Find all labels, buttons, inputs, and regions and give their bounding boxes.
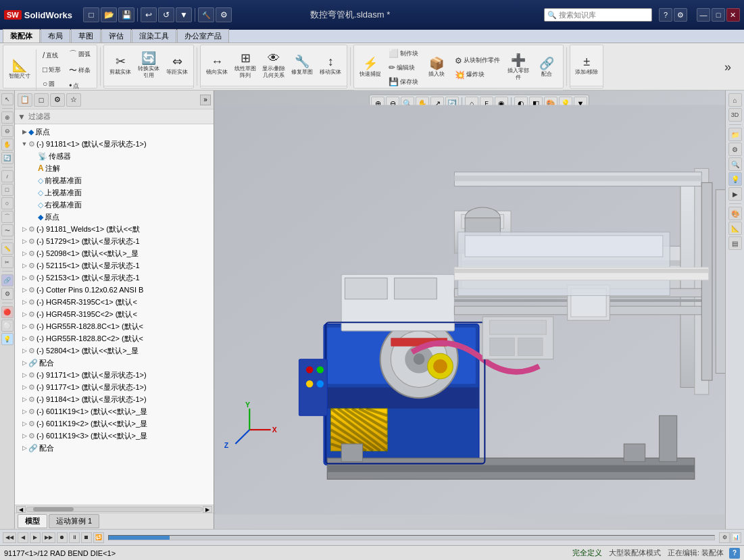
tree-item-front-plane[interactable]: ◇ 前视基准面 [15,174,214,186]
open-button[interactable]: 📂 [101,7,117,22]
close-button[interactable]: ✕ [726,8,740,22]
sketch-spline-tool[interactable]: 〜 [1,224,14,236]
tree-item-91171[interactable]: ▷ ⚙ (-) 91171<1> (默认<显示状态-1>) [15,369,214,381]
circle-button[interactable]: ○圆 [39,77,64,91]
scroll-left-btn[interactable]: ◀ [16,506,26,513]
measure-btn[interactable]: 📐 [728,222,742,235]
tree-item-annotation[interactable]: A 注解 [15,162,214,174]
tree-item-51729[interactable]: ▷ ⚙ (-) 51729<1> (默认<显示状态-1 [15,235,214,247]
quick-capture-button[interactable]: ⚡ 快速捕捉 [357,52,384,83]
zoom-out-tool[interactable]: ⊖ [1,125,14,137]
tab-motion[interactable]: 运动算例 1 [49,514,99,528]
smart-dim-button[interactable]: 📐 智能尺寸 [6,54,33,85]
tree-item-sensor[interactable]: 📡 传感器 [15,150,214,162]
3d-view-btn[interactable]: 3D [728,108,742,122]
help-button-status[interactable]: ? [729,548,740,559]
tree-item-origin2[interactable]: ◆ 原点 [15,211,214,223]
anim-btn-2[interactable]: 📊 [730,532,741,543]
viewport[interactable]: ⊕ ⊖ 🔍 ✋ ↗ 🔄 ⌂ F ◉ ◐ ◧ 🎨 💡 ▼ [214,91,744,529]
options-button[interactable]: ⚙ [216,7,232,22]
trim-tool[interactable]: ✂ [1,256,14,268]
sketch-line-tool[interactable]: / [1,170,14,182]
line-button[interactable]: /直线 [39,49,64,62]
edit-block-button[interactable]: ✏编辑块 [385,61,422,74]
explode-block-button[interactable]: 💥爆炸块 [451,68,503,82]
tree-item-mate1[interactable]: ▷ 🔗 配合 [15,357,214,369]
tab-assembly[interactable]: 装配体 [3,29,40,43]
minimize-button[interactable]: — [697,8,710,22]
view-btn[interactable]: ▤ [728,236,742,250]
rebuild-button[interactable]: 🔨 [198,7,214,22]
anim-btn-1[interactable]: ⚙ [719,532,730,543]
convert-button[interactable]: 🔄 转换实体引用 [135,50,162,81]
tree-item-91181welds[interactable]: ▷ ⚙ (-) 91181_Welds<1> (默认<<默 [15,223,214,235]
move-entity-button[interactable]: ↕ 移动实体 [317,50,344,81]
prev-btn[interactable]: ◀ [18,532,28,543]
sketch-arc-tool[interactable]: ⌒ [1,211,14,223]
tree-btn-config[interactable]: ⚙ [50,93,65,107]
maximize-button[interactable]: □ [712,8,725,22]
tree-item-52804[interactable]: ▷ ⚙ (-) 52804<1> (默认<<默认>_显 [15,345,214,357]
tree-item-origin[interactable]: ▶ ◆ 原点 [15,126,214,138]
arc-button[interactable]: ⌒圆弧 [66,47,94,62]
animation-btn[interactable]: ▶ [728,187,742,201]
save-button[interactable]: 💾 [118,7,134,22]
tree-btn-appearance[interactable]: ☆ [66,93,81,107]
select-tool[interactable]: ↖ [1,93,14,105]
save-block-button[interactable]: 💾保存块 [385,75,422,88]
measure-tool[interactable]: 📏 [1,243,14,255]
color-btn[interactable]: 🎨 [728,207,742,220]
sketch-rect-tool[interactable]: □ [1,184,14,196]
component-tool[interactable]: ⚙ [1,288,14,300]
tab-layout[interactable]: 布局 [41,29,70,43]
tree-btn-history[interactable]: 📋 [18,93,32,107]
tab-render[interactable]: 渲染工具 [132,29,176,43]
search-bar[interactable]: 🔍 [544,8,652,22]
loop-btn[interactable]: 🔁 [93,532,104,543]
search-btn[interactable]: 🔍 [728,157,742,171]
tab-evaluate[interactable]: 评估 [101,29,131,43]
tree-item-6011k19-2[interactable]: ▷ ⚙ (-) 6011K19<2> (默认<<默认>_显 [15,417,214,430]
linear-array-button[interactable]: ⊞ 线性草图阵列 [232,50,259,81]
stop-btn[interactable]: ⏹ [81,532,92,543]
appearance-tool[interactable]: 🔴 [1,306,14,318]
make-block-button[interactable]: ⬜制作块 [385,47,422,60]
tree-item-hgr55r-2[interactable]: ▷ ⚙ (-) HGR55R-1828.8C<2> (默认< [15,332,214,345]
scrollbar-track[interactable] [26,507,203,512]
mate-tool[interactable]: 🔗 [1,274,14,286]
options-header-button[interactable]: ⚙ [674,8,687,22]
settings-btn[interactable]: ⚙ [728,143,742,156]
light-btn[interactable]: 💡 [728,172,742,186]
qa-dropdown[interactable]: ▼ [176,7,192,22]
tree-item-91184[interactable]: ▷ ⚙ (-) 91184<1> (默认<显示状态-1>) [15,393,214,405]
tree-item-52098[interactable]: ▷ ⚙ (-) 52098<1> (默认<<默认>_显 [15,247,214,259]
spline-button[interactable]: 〜样条 [66,63,94,78]
help-button[interactable]: ? [659,8,672,22]
folder-btn[interactable]: 📁 [728,128,742,141]
scrollbar-thumb[interactable] [33,507,74,511]
next-btn[interactable]: ▶▶ [42,532,55,543]
pan-tool[interactable]: ✋ [1,138,14,151]
make-part-button[interactable]: ⚙从块制作零件 [451,54,503,68]
tree-item-mate2[interactable]: ▷ 🔗 配合 [15,442,214,454]
trim-button[interactable]: ✂ 剪裁实体 [107,50,134,81]
tree-item-cotter[interactable]: ▷ ⚙ (-) Cotter Pins 0.12x0.62 ANSI B [15,284,214,296]
tab-sketch[interactable]: 草图 [71,29,101,43]
tab-model[interactable]: 模型 [18,514,47,528]
redo-button[interactable]: ↺ [158,7,174,22]
home-view-btn[interactable]: ⌂ [728,93,742,107]
show-relations-button[interactable]: 👁 显示/删除几何关系 [260,50,287,81]
rect-button[interactable]: □矩形 [39,63,64,76]
tree-content[interactable]: ▶ ◆ 原点 ▼ ⚙ (-) 91181<1> (默认<显示状态-1>) 📡 传… [15,124,214,505]
offset-button[interactable]: ⇔ 等距实体 [164,50,191,81]
tree-expand-button[interactable]: » [200,95,211,105]
record-btn[interactable]: ⏺ [57,532,68,543]
rotate-tool[interactable]: 🔄 [1,152,14,164]
more-tools-button[interactable]: » [714,51,741,82]
tree-item-52153[interactable]: ▷ ⚙ (-) 52153<1> (默认<显示状态-1 [15,272,214,284]
tree-item-right-plane[interactable]: ◇ 右视基准面 [15,199,214,211]
scene-tool[interactable]: ⚪ [1,320,14,332]
tree-item-6011k19-3[interactable]: ▷ ⚙ (-) 6011K19<3> (默认<<默认>_显 [15,430,214,442]
tree-btn-props[interactable]: □ [34,93,49,107]
new-button[interactable]: □ [83,7,99,22]
